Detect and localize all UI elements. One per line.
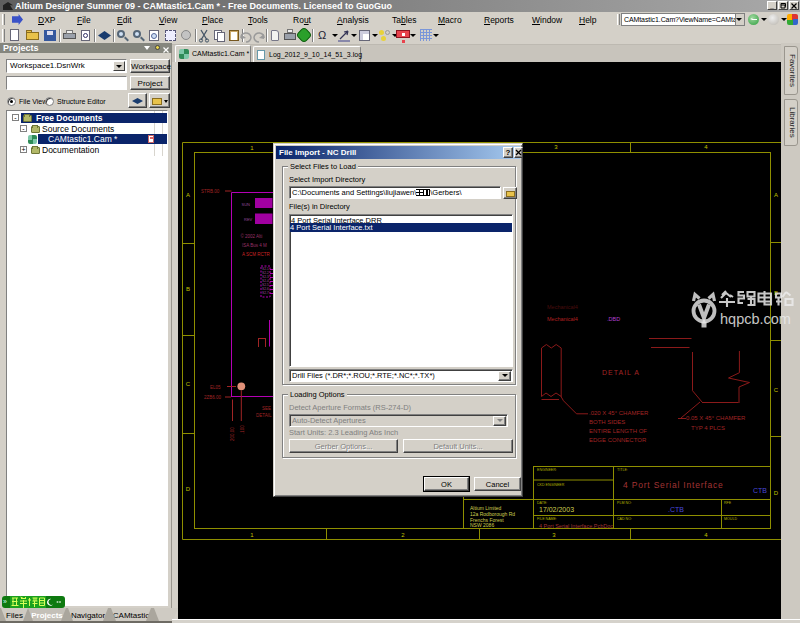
svg-text:SEE: SEE	[262, 406, 271, 411]
svg-text:CAD NO:: CAD NO:	[617, 517, 632, 521]
svg-text:200.00: 200.00	[230, 427, 235, 441]
svg-text:2ZB6.00: 2ZB6.00	[204, 395, 222, 400]
svg-text:REV: REV	[244, 217, 253, 222]
svg-text:SUN: SUN	[242, 202, 251, 207]
svg-text:4 Port Serial Interface.PcbDoc: 4 Port Serial Interface.PcbDoc	[539, 523, 613, 529]
svg-text:3: 3	[552, 532, 556, 538]
svg-text:C: C	[186, 381, 191, 387]
svg-text:D: D	[186, 486, 191, 492]
svg-text:A: A	[186, 192, 190, 198]
svg-text:CTB: CTB	[753, 487, 767, 494]
svg-text:DETAIL: DETAIL	[256, 413, 272, 418]
svg-text:B: B	[186, 286, 190, 292]
svg-text:© 2002 Alti: © 2002 Alti	[241, 233, 263, 239]
svg-text:DETAIL A: DETAIL A	[602, 369, 640, 376]
svg-text:PLM NO:: PLM NO:	[617, 501, 632, 505]
svg-text:ENGINEER:: ENGINEER:	[537, 468, 557, 472]
svg-text:4 Port Serial Interface: 4 Port Serial Interface	[623, 480, 724, 490]
svg-text:A SCM RCTR: A SCM RCTR	[242, 252, 271, 257]
svg-text:MOULD: MOULD	[724, 517, 737, 521]
svg-text:.020 X 45° CHAMFER: .020 X 45° CHAMFER	[589, 410, 649, 416]
svg-text:S2-7: S2-7	[262, 291, 269, 295]
svg-text:A: A	[774, 192, 778, 198]
svg-text:ISA Bus 4 M: ISA Bus 4 M	[242, 243, 267, 248]
svg-text:FILE NAME:: FILE NAME:	[537, 517, 557, 521]
svg-text:0.05 X 45° CHAMFER: 0.05 X 45° CHAMFER	[686, 415, 746, 421]
svg-text:.CTB: .CTB	[668, 506, 684, 513]
svg-text:3: 3	[554, 144, 558, 150]
svg-text:STRB.00: STRB.00	[201, 189, 220, 194]
svg-text:TITLE:: TITLE:	[617, 468, 628, 472]
svg-text:C: C	[774, 387, 779, 393]
svg-text:DATE:: DATE:	[537, 501, 547, 505]
svg-text:.100: .100	[240, 425, 245, 434]
svg-text:Mechanical4: Mechanical4	[547, 316, 578, 322]
svg-text:EL05: EL05	[210, 385, 221, 390]
svg-text:EDGE CONNECTOR: EDGE CONNECTOR	[589, 437, 647, 443]
svg-text:D: D	[774, 490, 779, 496]
svg-text:.DBD: .DBD	[607, 316, 620, 322]
svg-text:CKD ENGINEER: CKD ENGINEER	[537, 483, 565, 487]
svg-text:NSW 2086: NSW 2086	[470, 522, 494, 528]
svg-text:1: 1	[250, 532, 254, 538]
svg-text:1: 1	[250, 145, 254, 151]
svg-text:TYP 4 PLCS: TYP 4 PLCS	[691, 425, 725, 431]
svg-text:Mechanical4: Mechanical4	[547, 304, 578, 310]
svg-text:BOTH SIDES: BOTH SIDES	[589, 419, 625, 425]
svg-text:ENTIRE LENGTH OF: ENTIRE LENGTH OF	[589, 428, 647, 434]
svg-text:RFE: RFE	[724, 501, 732, 505]
svg-text:2: 2	[401, 532, 405, 538]
svg-text:4: 4	[704, 532, 708, 538]
svg-text:hqpcb.com: hqpcb.com	[720, 311, 791, 327]
svg-text:17/02/2003: 17/02/2003	[539, 506, 574, 513]
svg-text:4: 4	[704, 144, 708, 150]
